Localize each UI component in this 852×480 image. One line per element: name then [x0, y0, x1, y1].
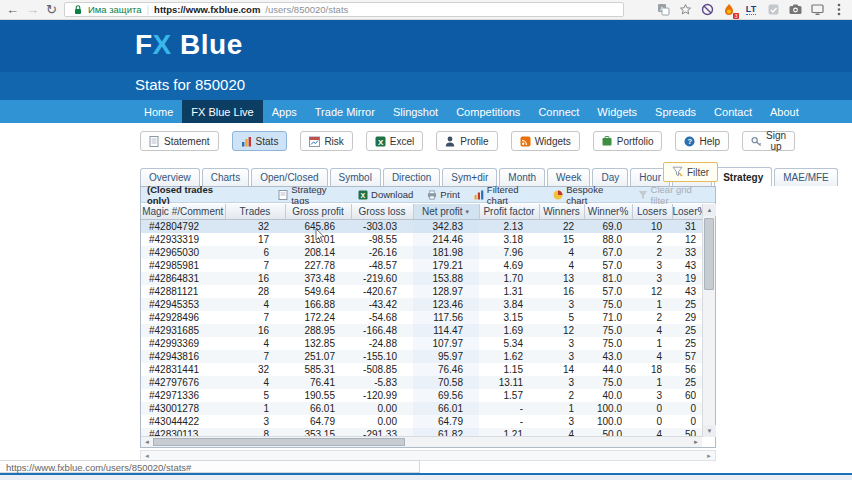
help-button[interactable]: ?Help — [675, 131, 729, 151]
widgets-button[interactable]: Widgets — [511, 131, 580, 151]
refresh-icon[interactable]: ↻ — [46, 1, 57, 19]
cell-value: 1.62 — [479, 350, 539, 363]
col-header-gross-profit[interactable]: Gross profit — [285, 204, 351, 219]
blocker-extension-icon[interactable] — [700, 3, 714, 17]
back-button-icon[interactable]: ← — [6, 1, 19, 19]
vertical-scroll-thumb[interactable] — [704, 218, 714, 290]
cell-value: 3 — [632, 259, 672, 272]
download-action[interactable]: XDownload — [358, 189, 413, 200]
sign-up-button[interactable]: Sign up — [742, 131, 795, 151]
address-bar[interactable]: Има защита | https://www.fxblue.com/user… — [64, 2, 624, 17]
cell-magic-number: #42864831 — [141, 272, 225, 285]
table-row[interactable]: #429650306208.14-26.16181.987.96467.0233 — [141, 246, 702, 259]
horizontal-scrollbar[interactable]: ◄ ► — [141, 436, 702, 447]
table-row[interactable]: #429933694132.85-24.88107.975.34375.0125 — [141, 337, 702, 350]
camera-extension-icon[interactable] — [788, 3, 802, 17]
cell-value: 100.0 — [584, 402, 632, 415]
table-row[interactable]: #429284967172.24-54.68117.563.15571.0229 — [141, 311, 702, 324]
table-row[interactable]: #4286483116373.48-219.60153.881.701381.0… — [141, 272, 702, 285]
nav-item-home[interactable]: Home — [135, 100, 182, 123]
page-scroll-right-icon[interactable]: ► — [703, 451, 715, 461]
table-row[interactable]: #4280479232645.86-303.03342.832.132269.0… — [141, 219, 702, 233]
table-row[interactable]: #4283144132585.31-508.8576.461.151444.01… — [141, 363, 702, 376]
bookmark-star-icon[interactable] — [678, 3, 692, 17]
lt-extension-icon[interactable]: LT — [744, 3, 758, 17]
cell-value: 166.88 — [285, 298, 351, 311]
statement-button[interactable]: Statement — [140, 131, 219, 151]
cell-value: 13.11 — [479, 376, 539, 389]
tab-direction[interactable]: Direction — [383, 168, 440, 186]
nav-item-widgets[interactable]: Widgets — [588, 100, 646, 123]
nav-item-spreads[interactable]: Spreads — [646, 100, 705, 123]
cell-value: 76.41 — [285, 376, 351, 389]
cell-value: 75.0 — [584, 337, 632, 350]
screenshare-extension-icon[interactable] — [810, 3, 824, 17]
table-row[interactable]: #429438167251.07-155.1095.971.62343.0457 — [141, 350, 702, 363]
flame-extension-icon[interactable]: 3 — [722, 3, 736, 17]
cell-value: 12 — [632, 285, 672, 298]
excel-button[interactable]: XExcel — [366, 131, 423, 151]
col-header-loser%[interactable]: Loser% — [672, 204, 702, 219]
filter-button[interactable]: Filter — [663, 162, 718, 182]
scroll-left-icon[interactable]: ◄ — [141, 437, 153, 447]
fx-blue-logo[interactable]: FX Blue — [135, 29, 243, 61]
risk-button[interactable]: Risk — [300, 131, 352, 151]
cell-value: 66.01 — [285, 402, 351, 415]
table-row[interactable]: #4293168516288.95-166.48114.471.691275.0… — [141, 324, 702, 337]
col-header-net-profit[interactable]: Net profit ▼ — [413, 204, 479, 219]
table-row[interactable]: #429713365190.55-120.9969.561.57240.0360 — [141, 389, 702, 402]
nav-item-about[interactable]: About — [761, 100, 808, 123]
cell-magic-number: #42985981 — [141, 259, 225, 272]
cell-value: 25 — [672, 376, 702, 389]
cell-value: 2 — [632, 233, 672, 246]
tab-strategy[interactable]: Strategy — [714, 167, 772, 186]
nav-item-apps[interactable]: Apps — [263, 100, 306, 123]
translate-icon[interactable]: A — [656, 3, 670, 17]
chrome-menu-icon[interactable] — [832, 3, 846, 17]
portfolio-button[interactable]: Portfolio — [593, 131, 663, 151]
col-header-gross-loss[interactable]: Gross loss — [351, 204, 413, 219]
cell-value: -5.83 — [351, 376, 413, 389]
scroll-down-icon[interactable]: ▼ — [703, 425, 716, 437]
scroll-right-icon[interactable]: ► — [690, 437, 702, 447]
cell-value: 10 — [632, 219, 672, 233]
table-row[interactable]: #42797676476.41-5.8370.5813.11375.0125 — [141, 376, 702, 389]
vertical-scrollbar[interactable]: ▲ ▼ — [702, 204, 715, 437]
nav-item-connect[interactable]: Connect — [529, 100, 588, 123]
col-header-profit-factor[interactable]: Profit factor — [479, 204, 539, 219]
strategy-tags-action[interactable]: Strategy tags — [278, 184, 344, 206]
col-header-winner%[interactable]: Winner% — [584, 204, 632, 219]
table-row[interactable]: #4293331917313.01-98.55214.463.181588.02… — [141, 233, 702, 246]
cell-value: 71.0 — [584, 311, 632, 324]
horizontal-scroll-thumb[interactable] — [153, 438, 405, 446]
print-action[interactable]: Print — [427, 189, 460, 200]
profile-button[interactable]: Profile — [436, 131, 497, 151]
nav-item-fx-blue-live[interactable]: FX Blue Live — [182, 100, 262, 123]
col-header-trades[interactable]: Trades — [225, 204, 285, 219]
scroll-up-icon[interactable]: ▲ — [703, 204, 716, 216]
table-row[interactable]: #429859817227.78-48.57179.214.69457.0343 — [141, 259, 702, 272]
forward-button-icon: → — [26, 1, 39, 19]
nav-item-contact[interactable]: Contact — [705, 100, 761, 123]
filtered-chart-action[interactable]: Filtered chart — [474, 184, 539, 206]
cell-value: 13 — [539, 272, 584, 285]
table-row[interactable]: #43044422364.790.0064.79-3100.000 — [141, 415, 702, 428]
security-indicator[interactable]: Има защита — [71, 3, 142, 17]
cell-value: 5.34 — [479, 337, 539, 350]
inactive-extension-icon[interactable] — [766, 3, 780, 17]
nav-item-trade-mirror[interactable]: Trade Mirror — [306, 100, 384, 123]
nav-item-competitions[interactable]: Competitions — [447, 100, 529, 123]
table-row[interactable]: #4288112128549.64-420.67128.971.311657.0… — [141, 285, 702, 298]
bespoke-chart-action[interactable]: Bespoke chart — [553, 184, 623, 206]
cell-value: 172.24 — [285, 311, 351, 324]
table-row[interactable]: #429453534166.88-43.42123.463.84375.0125 — [141, 298, 702, 311]
col-header-magic-#-comment[interactable]: Magic #/Comment — [141, 204, 225, 219]
stats-button[interactable]: Stats — [232, 131, 288, 151]
print-icon — [427, 190, 437, 200]
cell-value: 28 — [225, 285, 285, 298]
col-header-losers[interactable]: Losers — [632, 204, 672, 219]
nav-item-slingshot[interactable]: Slingshot — [384, 100, 447, 123]
col-header-winners[interactable]: Winners — [539, 204, 584, 219]
tab-mae-mfe[interactable]: MAE/MFE — [774, 168, 838, 186]
table-row[interactable]: #43001278166.010.0066.01-1100.000 — [141, 402, 702, 415]
